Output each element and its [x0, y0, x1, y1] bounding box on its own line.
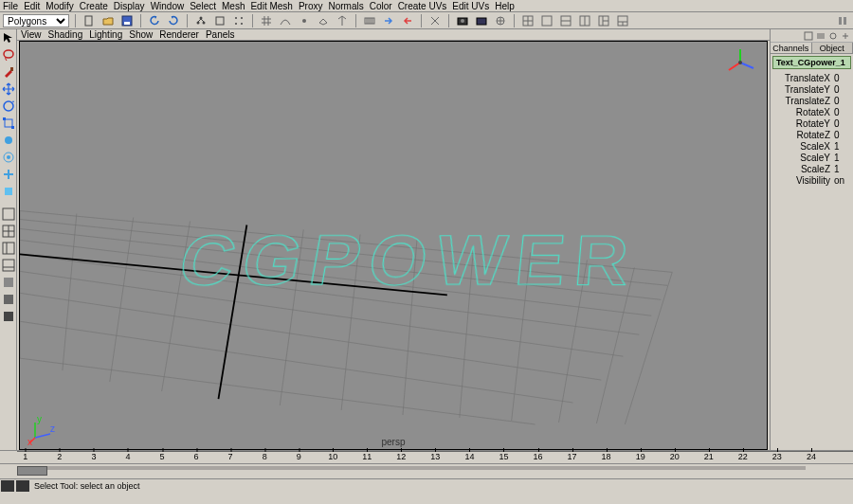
- attr-row[interactable]: RotateZ0: [772, 130, 851, 140]
- view-menu-shading[interactable]: Shading: [48, 29, 83, 40]
- menu-edit-mesh[interactable]: Edit Mesh: [250, 1, 292, 11]
- range-knob[interactable]: [17, 466, 47, 476]
- script-output-icon[interactable]: [16, 480, 29, 492]
- view-menu-panels[interactable]: Panels: [206, 29, 235, 40]
- rotate-tool-icon[interactable]: [1, 99, 16, 114]
- show-manip-tool-icon[interactable]: [1, 167, 16, 182]
- outputs-icon[interactable]: [400, 13, 415, 28]
- menu-file[interactable]: File: [3, 1, 18, 11]
- render-icon[interactable]: [455, 13, 470, 28]
- menu-edit-uvs[interactable]: Edit UVs: [452, 1, 489, 11]
- history-icon[interactable]: [362, 13, 377, 28]
- channel-show-icon[interactable]: [803, 30, 814, 42]
- custom-layout1-icon[interactable]: [1, 275, 16, 290]
- snap-curve-icon[interactable]: [278, 13, 293, 28]
- attr-row[interactable]: Visibilityon: [772, 175, 851, 186]
- scale-tool-icon[interactable]: [1, 116, 16, 131]
- render-globals-icon[interactable]: [493, 13, 508, 28]
- layout-4view-icon[interactable]: [520, 13, 535, 28]
- move-tool-icon[interactable]: [1, 81, 16, 97]
- attr-row[interactable]: ScaleY1: [772, 153, 851, 163]
- undo-icon[interactable]: [147, 13, 162, 28]
- snap-point-icon[interactable]: [297, 13, 312, 28]
- command-line-icon[interactable]: [1, 480, 14, 492]
- redo-icon[interactable]: [166, 13, 181, 28]
- layout-3l-icon[interactable]: [596, 13, 611, 28]
- custom-layout3-icon[interactable]: [1, 309, 16, 324]
- file-new-icon[interactable]: [82, 13, 97, 28]
- layer-show-icon[interactable]: [815, 30, 826, 42]
- attr-row[interactable]: TranslateZ0: [772, 96, 851, 106]
- snap-live-icon[interactable]: [335, 13, 350, 28]
- menu-mesh[interactable]: Mesh: [222, 1, 245, 11]
- select-tool-icon[interactable]: [1, 30, 16, 45]
- view-menu-lighting[interactable]: Lighting: [89, 29, 122, 40]
- menu-display[interactable]: Display: [114, 1, 145, 11]
- menu-set-dropdown[interactable]: Polygons: [3, 14, 69, 27]
- attr-row[interactable]: ScaleX1: [772, 141, 851, 152]
- attr-row[interactable]: ScaleZ1: [772, 164, 851, 174]
- menu-create-uvs[interactable]: Create UVs: [398, 1, 447, 11]
- hypershade-layout-icon[interactable]: [1, 258, 16, 273]
- attr-row[interactable]: TranslateX0: [772, 73, 851, 83]
- snap-grid-icon[interactable]: [259, 13, 274, 28]
- menu-color[interactable]: Color: [370, 1, 392, 11]
- sel-component-icon[interactable]: [231, 13, 246, 28]
- channels-tab[interactable]: Channels: [771, 43, 812, 53]
- menu-normals[interactable]: Normals: [328, 1, 363, 11]
- tool-settings-icon[interactable]: [840, 30, 851, 42]
- attr-value[interactable]: 1: [832, 164, 851, 174]
- file-save-icon[interactable]: [119, 13, 135, 28]
- paint-select-tool-icon[interactable]: [1, 64, 16, 80]
- attr-value[interactable]: 0: [832, 107, 851, 117]
- attr-row[interactable]: RotateY0: [772, 118, 851, 129]
- file-open-icon[interactable]: [100, 13, 116, 28]
- four-view-layout-icon[interactable]: [1, 224, 16, 239]
- last-tool-icon[interactable]: [1, 184, 16, 199]
- time-slider[interactable]: 123456789101112131415161718192021222324: [0, 450, 853, 463]
- layout-single-icon[interactable]: [539, 13, 554, 28]
- view-menu-view[interactable]: View: [21, 29, 42, 40]
- object-tab[interactable]: Object: [812, 43, 854, 53]
- menu-proxy[interactable]: Proxy: [299, 1, 323, 11]
- attr-row[interactable]: RotateX0: [772, 107, 851, 117]
- custom-layout2-icon[interactable]: [1, 292, 16, 307]
- attr-value[interactable]: 0: [832, 84, 851, 95]
- ipr-icon[interactable]: [474, 13, 489, 28]
- menu-select[interactable]: Select: [190, 1, 216, 11]
- layout-3b-icon[interactable]: [615, 13, 630, 28]
- menu-window[interactable]: Window: [151, 1, 185, 11]
- view-menu-show[interactable]: Show: [129, 29, 153, 40]
- lasso-tool-icon[interactable]: [1, 47, 16, 63]
- construction-icon[interactable]: [427, 13, 443, 28]
- menu-modify[interactable]: Modify: [45, 1, 73, 11]
- attr-value[interactable]: 1: [832, 141, 851, 152]
- attr-editor-icon[interactable]: [827, 30, 839, 42]
- layout-2v-icon[interactable]: [577, 13, 592, 28]
- manip-tool-icon[interactable]: [1, 133, 16, 148]
- menu-help[interactable]: Help: [495, 1, 515, 11]
- attr-value[interactable]: 1: [832, 153, 851, 163]
- view-menu-renderer[interactable]: Renderer: [159, 29, 199, 40]
- ui-element-icon[interactable]: [835, 13, 850, 28]
- attr-value[interactable]: on: [832, 175, 851, 186]
- perspective-viewport[interactable]: CGPOWER y z x persp: [19, 41, 768, 450]
- menu-edit[interactable]: Edit: [24, 1, 40, 11]
- view-cube-icon[interactable]: [723, 45, 757, 80]
- attr-value[interactable]: 0: [832, 130, 851, 140]
- layout-2h-icon[interactable]: [558, 13, 573, 28]
- attr-value[interactable]: 0: [832, 118, 851, 129]
- snap-plane-icon[interactable]: [316, 13, 331, 28]
- single-persp-layout-icon[interactable]: [1, 207, 16, 222]
- attr-row[interactable]: TranslateY0: [772, 84, 851, 95]
- menu-create[interactable]: Create: [80, 1, 108, 11]
- sel-object-icon[interactable]: [212, 13, 227, 28]
- selected-node-name[interactable]: Text_CGpower_1: [772, 56, 851, 69]
- range-slider[interactable]: [0, 463, 853, 478]
- sel-hierarchy-icon[interactable]: [193, 13, 209, 28]
- soft-mod-tool-icon[interactable]: [1, 150, 16, 165]
- attr-value[interactable]: 0: [832, 73, 851, 83]
- inputs-icon[interactable]: [381, 13, 396, 28]
- attr-value[interactable]: 0: [832, 96, 851, 106]
- outliner-layout-icon[interactable]: [1, 241, 16, 256]
